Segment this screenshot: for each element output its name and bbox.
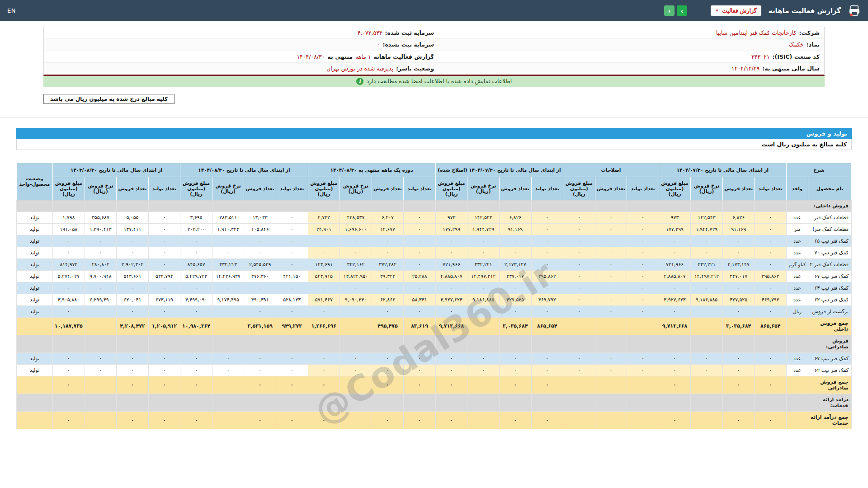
- value-cell: ۰: [212, 352, 244, 364]
- value-cell: ۰: [563, 294, 595, 305]
- value-cell: [691, 305, 723, 317]
- info-label: کد صنعت (ISIC):: [772, 52, 820, 61]
- empty-cell: [148, 335, 180, 352]
- value-cell: ۲۵,۲۸۸: [404, 270, 436, 282]
- empty-cell: [722, 335, 755, 352]
- column-header: تعداد تولید: [627, 177, 659, 200]
- value-cell: ۹۴۹,۲۷۳: [276, 317, 308, 335]
- info-value: پذیرفته شده در بورس تهران: [326, 64, 393, 73]
- product-row: کمک فنر تیپ ۷۰عدد۰۰۰۰۰۰۰۰۰۰۰۰۰۰۰۰۰۰۰۰۰۰۰…: [17, 247, 852, 258]
- value-cell: ۱۲۳,۶۹۱: [308, 258, 340, 270]
- value-cell: ۰: [212, 247, 244, 258]
- column-header: تعداد فروش: [722, 177, 755, 200]
- empty-cell: [17, 200, 53, 211]
- value-cell: ۹۱,۱۶۹: [499, 223, 531, 235]
- unit-cell: عدد: [787, 352, 808, 364]
- value-cell: ۰: [691, 352, 723, 364]
- value-cell: ۰: [117, 282, 149, 294]
- info-value: ۴,۰۷۲,۵۴۳: [358, 28, 382, 37]
- info-label: نماد:: [807, 40, 820, 49]
- empty-cell: [499, 200, 531, 211]
- value-cell: [691, 411, 723, 429]
- column-header: مبلغ فروش (میلیون ریال): [435, 177, 467, 200]
- value-cell: ۰: [755, 411, 787, 429]
- prev-report-button[interactable]: ‹: [664, 5, 675, 16]
- value-cell: ۰: [308, 305, 340, 317]
- value-cell: ۰: [244, 376, 276, 394]
- value-cell: ۰: [659, 282, 691, 294]
- empty-cell: [691, 200, 723, 211]
- value-cell: ۲,۱۷۳,۱۴۷: [499, 258, 531, 270]
- company-info-panel: شرکت:کارخانجات کمک فنر ایندامین سایپاسرم…: [43, 27, 825, 76]
- info-cell: سرمایه ثبت نشده:۰: [48, 40, 434, 49]
- value-cell: ۰: [435, 411, 467, 429]
- value-cell: [85, 376, 117, 394]
- value-cell: ۵,۰۵۵: [117, 211, 149, 223]
- empty-cell: [212, 200, 244, 211]
- value-cell: ۶,۲۰۷: [372, 211, 404, 223]
- value-cell: ۰: [85, 282, 117, 294]
- value-cell: ۰: [467, 364, 500, 376]
- product-name: جمع فروش صادراتی: [808, 376, 852, 394]
- info-cell: سال مالی منتهی به:۱۴۰۴/۱۲/۲۹: [434, 64, 820, 73]
- info-value: خکمک: [789, 40, 804, 49]
- value-cell: ۰: [563, 211, 595, 223]
- value-cell: ۰: [340, 352, 372, 364]
- empty-cell: [627, 200, 659, 211]
- empty-cell: [659, 200, 691, 211]
- value-cell: ۰: [627, 258, 659, 270]
- value-cell: ۰: [595, 223, 627, 235]
- value-cell: ۰: [117, 305, 149, 317]
- value-cell: ۰: [244, 411, 276, 429]
- value-cell: ۰: [467, 247, 500, 258]
- column-header: مبلغ فروش (میلیون ریال): [563, 177, 595, 200]
- value-cell: ۰: [148, 364, 180, 376]
- value-cell: ۶۲,۸۶۶: [372, 294, 404, 305]
- value-cell: ۰: [531, 235, 563, 247]
- value-cell: ۰: [372, 282, 404, 294]
- value-cell: ۰: [467, 352, 500, 364]
- value-cell: ۹,۱۸۶,۸۸۵: [691, 294, 723, 305]
- value-cell: ۳۳۲,۲۲۱: [467, 258, 500, 270]
- report-type-dropdown[interactable]: گزارش فعالیت ▼: [711, 5, 761, 16]
- value-cell: ۰: [180, 235, 212, 247]
- empty-cell: [435, 394, 467, 411]
- value-cell: ۰: [531, 376, 563, 394]
- value-cell: ۳۷۲,۳۸۲: [372, 258, 404, 270]
- next-report-button[interactable]: ›: [677, 5, 687, 16]
- empty-cell: [308, 335, 340, 352]
- status-cell: [17, 411, 53, 429]
- section-row: فروش داخلی:: [17, 200, 852, 211]
- value-cell: ۹,۱۷۴,۴۹۵: [212, 294, 244, 305]
- value-cell: ۰: [117, 352, 149, 364]
- unit-cell: [787, 376, 808, 394]
- value-cell: ۰: [148, 282, 180, 294]
- column-header: تعداد فروش: [244, 177, 276, 200]
- value-cell: [595, 411, 627, 429]
- value-cell: ۰: [627, 294, 659, 305]
- value-cell: ۱۴,۴۹۷,۲۱۲: [691, 270, 723, 282]
- empty-cell: [212, 394, 244, 411]
- value-cell: ۰: [755, 235, 787, 247]
- language-switch[interactable]: EN: [7, 7, 16, 14]
- info-row: شرکت:کارخانجات کمک فنر ایندامین سایپاسرم…: [44, 27, 824, 39]
- empty-cell: [595, 200, 627, 211]
- value-cell: ۰: [85, 352, 117, 364]
- empty-cell: [787, 200, 808, 211]
- status-cell: تولید: [17, 211, 53, 223]
- empty-cell: [563, 394, 595, 411]
- value-cell: ۰: [244, 247, 276, 258]
- value-cell: ۰: [531, 282, 563, 294]
- empty-cell: [340, 394, 372, 411]
- value-cell: ۱۷۷,۲۹۹: [435, 223, 467, 235]
- value-cell: ۰: [404, 352, 436, 364]
- divider: [0, 117, 868, 118]
- column-header: مبلغ فروش (میلیون ریال): [53, 177, 85, 200]
- value-cell: ۰: [53, 376, 85, 394]
- column-header: نام محصول: [808, 177, 852, 200]
- report-icon[interactable]: [848, 5, 861, 17]
- value-cell: ۳,۹۰۵,۸۸۰: [53, 294, 85, 305]
- report-type-label: گزارش فعالیت: [722, 7, 757, 14]
- value-cell: ۰: [722, 376, 755, 394]
- unit-cell: [787, 317, 808, 335]
